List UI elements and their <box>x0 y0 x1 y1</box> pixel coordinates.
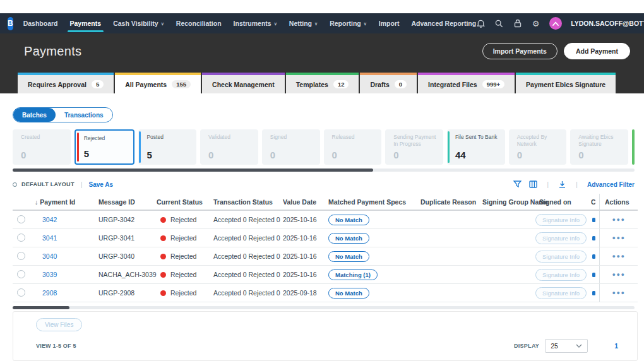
sort-desc-icon[interactable]: ↓ <box>35 198 38 206</box>
column-header-matched-payment-specs[interactable]: Matched Payment Specs <box>328 198 420 206</box>
signature-info-button[interactable]: Signature Info <box>535 214 587 226</box>
download-icon[interactable] <box>558 180 566 189</box>
tab-all-payments[interactable]: All Payments155 <box>115 73 201 93</box>
current-status-label: Rejected <box>170 289 196 297</box>
toggle-batches[interactable]: Batches <box>13 108 56 122</box>
nav-item-dashboard[interactable]: Dashboard <box>23 13 58 33</box>
table-row: 3041URGP-3041RejectedAccepted 0 Rejected… <box>13 229 638 247</box>
status-card-posted[interactable]: Posted5 <box>138 129 196 165</box>
bell-icon[interactable] <box>476 19 486 28</box>
nav-item-reporting[interactable]: Reporting∨ <box>330 13 367 33</box>
column-header-actions[interactable]: Actions <box>599 194 638 210</box>
tab-check-management[interactable]: Check Management <box>202 73 285 93</box>
column-header-signed-on[interactable]: Signed on <box>539 198 591 206</box>
advanced-filter-link[interactable]: Advanced Filter <box>587 181 635 188</box>
tab-label: Drafts <box>370 81 389 88</box>
add-payment-button[interactable]: Add Payment <box>564 43 630 59</box>
payment-id-link[interactable]: 3041 <box>42 234 57 242</box>
import-payments-button[interactable]: Import Payments <box>482 43 558 59</box>
tab-templates[interactable]: Templates12 <box>286 73 359 93</box>
column-header-value-date[interactable]: Value Date <box>283 198 328 206</box>
tab-drafts[interactable]: Drafts0 <box>360 73 417 93</box>
search-icon[interactable] <box>494 19 504 28</box>
column-header-current-status[interactable]: Current Status <box>157 198 213 206</box>
save-as-link[interactable]: Save As <box>89 181 114 188</box>
status-card-signed[interactable]: Signed0 <box>262 129 320 165</box>
matched-specs-chip[interactable]: No Match <box>328 251 369 262</box>
tab-requires-approval[interactable]: Requires Approval5 <box>18 73 114 93</box>
column-header-signing-group-name[interactable]: Signing Group Name <box>482 198 539 206</box>
status-card-rejected[interactable]: Rejected5 <box>75 129 135 165</box>
ellipsis-icon[interactable]: ●●● <box>612 271 626 278</box>
status-card-validated[interactable]: Validated0 <box>200 129 258 165</box>
avatar[interactable] <box>549 17 562 30</box>
value-date-cell: 2025-10-16 <box>283 216 328 223</box>
main-content: Batches Transactions Created0Rejected5Po… <box>0 93 644 361</box>
signature-info-button[interactable]: Signature Info <box>535 251 587 263</box>
value-date-cell: 2025-10-16 <box>283 234 328 242</box>
tab-integrated-files[interactable]: Integrated Files999+ <box>418 73 515 93</box>
table-scrollbar[interactable] <box>13 306 635 309</box>
status-card-created[interactable]: Created0 <box>13 129 71 165</box>
nav-item-instruments[interactable]: Instruments∨ <box>234 13 277 33</box>
radio-button[interactable] <box>17 270 25 278</box>
value-date-cell: 2025-09-18 <box>283 289 328 297</box>
status-card-file-sent-to-bank[interactable]: File Sent To Bank44 <box>447 129 505 165</box>
matched-specs-chip[interactable]: No Match <box>328 288 369 299</box>
display-select[interactable]: 25 <box>545 339 588 353</box>
matched-specs-chip[interactable]: No Match <box>328 233 369 244</box>
payment-id-link[interactable]: 3042 <box>42 216 57 223</box>
column-header-message-id[interactable]: Message ID <box>98 198 157 206</box>
column-header-duplicate-reason[interactable]: Duplicate Reason <box>420 198 482 206</box>
matched-specs-chip[interactable]: Matching (1) <box>328 269 378 280</box>
ellipsis-icon[interactable]: ●●● <box>612 216 626 223</box>
table-row: 2908URGP-2908RejectedAccepted 0 Rejected… <box>13 284 638 302</box>
radio-button[interactable] <box>17 252 25 260</box>
status-accent-bar <box>448 131 450 163</box>
column-settings-icon[interactable] <box>529 180 537 188</box>
payment-id-link[interactable]: 2908 <box>42 289 57 297</box>
status-dot-icon <box>160 254 166 259</box>
payment-id-link[interactable]: 3039 <box>42 271 57 278</box>
status-card-label: File Sent To Bank <box>455 134 500 141</box>
username[interactable]: LYDON.SACOFF@BOTTOM... <box>571 20 644 27</box>
nav-item-cash-visibility[interactable]: Cash Visibility∨ <box>113 13 164 33</box>
status-card-released[interactable]: Released0 <box>324 129 382 165</box>
signature-info-button[interactable]: Signature Info <box>535 269 587 281</box>
column-header-transaction-status[interactable]: Transaction Status <box>213 198 283 206</box>
matched-specs-chip[interactable]: No Match <box>328 215 369 225</box>
ellipsis-icon[interactable]: ●●● <box>612 290 626 296</box>
tab-payment-ebics-signature[interactable]: Payment Ebics Signature <box>516 73 616 93</box>
status-cards-scrollbar[interactable] <box>13 169 635 172</box>
scrollbar-thumb[interactable] <box>13 306 69 309</box>
radio-button[interactable] <box>17 288 25 297</box>
status-card-awaiting-ebics-signature[interactable]: Awaiting Ebics Signature0 <box>570 129 628 165</box>
app-logo[interactable]: B <box>8 17 13 30</box>
status-card-sending-payment-in-progress[interactable]: Sending Payment In Progress0 <box>385 129 443 165</box>
nav-item-payments[interactable]: Payments <box>70 13 102 33</box>
scrollbar-thumb[interactable] <box>13 169 373 172</box>
toggle-transactions[interactable]: Transactions <box>56 108 112 122</box>
ellipsis-icon[interactable]: ●●● <box>612 253 626 259</box>
column-header-payment-id[interactable]: ↓Payment Id <box>32 198 98 206</box>
page-header-top: Payments Import Payments Add Payment <box>0 33 644 73</box>
status-card-clipped <box>632 129 635 165</box>
page-number[interactable]: 1 <box>614 342 618 350</box>
signature-info-button[interactable]: Signature Info <box>535 287 587 299</box>
filter-funnel-icon[interactable] <box>513 180 522 188</box>
payment-id-link[interactable]: 3040 <box>42 252 57 260</box>
nav-item-netting[interactable]: Netting∨ <box>289 13 318 33</box>
lock-icon[interactable] <box>513 19 522 28</box>
gear-icon[interactable]: ⚙ <box>531 19 540 28</box>
nav-item-reconciliation[interactable]: Reconciliation <box>176 13 222 33</box>
nav-item-advanced-reporting[interactable]: Advanced Reporting <box>412 13 477 33</box>
ellipsis-icon[interactable]: ●●● <box>612 235 626 241</box>
status-card-label: Signed <box>270 134 315 141</box>
radio-button[interactable] <box>17 234 25 242</box>
nav-item-import[interactable]: Import <box>379 13 400 33</box>
column-header-c[interactable]: C <box>591 198 599 206</box>
view-files-button[interactable]: View Files <box>36 318 82 331</box>
radio-button[interactable] <box>17 215 25 223</box>
status-card-accepted-by-network[interactable]: Accepted By Network0 <box>509 129 567 165</box>
signature-info-button[interactable]: Signature Info <box>535 232 587 244</box>
